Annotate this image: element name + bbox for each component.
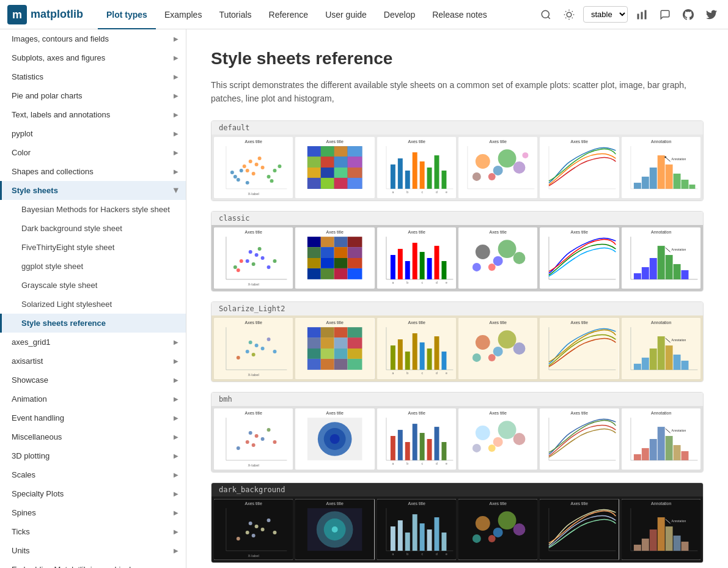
style-label-classic: classic <box>211 212 703 225</box>
svg-rect-142 <box>405 261 410 279</box>
svg-text:X-label: X-label <box>248 282 259 286</box>
svg-rect-274 <box>391 436 395 460</box>
sidebar-item-axisartist[interactable]: axisartist ▶ <box>0 352 186 371</box>
sidebar-label: Style sheets reference <box>21 319 106 328</box>
svg-rect-219 <box>434 336 439 370</box>
plot-cell-line-solarize: Axes title <box>540 318 619 379</box>
nav-develop[interactable]: Develop <box>375 0 424 29</box>
sidebar-item-misc[interactable]: Miscellaneous ▶ <box>0 427 186 446</box>
sidebar-item-color[interactable]: Color ▶ <box>0 143 186 162</box>
github-icon-button[interactable] <box>679 6 697 24</box>
svg-point-28 <box>237 178 240 182</box>
svg-rect-46 <box>348 157 362 168</box>
chat-icon-button[interactable] <box>656 6 674 24</box>
svg-text:b: b <box>406 281 408 284</box>
nav-tutorials[interactable]: Tutorials <box>210 0 260 29</box>
svg-rect-214 <box>397 339 402 370</box>
sidebar-item-embedding[interactable]: Embedding Matplotlib in graphical user i… <box>0 560 186 568</box>
plot-cell-line-default: Axes title <box>540 137 619 198</box>
sidebar-label: Text, labels and annotations <box>12 110 110 119</box>
sidebar-item-ticks[interactable]: Ticks ▶ <box>0 522 186 541</box>
sidebar-sub-reference[interactable]: Style sheets reference <box>0 314 186 333</box>
svg-text:Axes title: Axes title <box>326 411 344 415</box>
sidebar-item-spines[interactable]: Spines ▶ <box>0 503 186 522</box>
sidebar-sub-solarized[interactable]: Solarized Light stylesheet <box>0 295 186 314</box>
sidebar-item-3d[interactable]: 3D plotting ▶ <box>0 446 186 465</box>
svg-rect-242 <box>634 364 641 370</box>
version-select[interactable]: stable latest 3.8 3.7 <box>583 6 628 23</box>
svg-point-187 <box>237 356 240 360</box>
chevron-icon: ▶ <box>174 54 178 61</box>
svg-rect-53 <box>334 178 348 189</box>
nav-plot-types[interactable]: Plot types <box>98 0 156 29</box>
sidebar-item-animation[interactable]: Animation ▶ <box>0 389 186 408</box>
svg-rect-213 <box>391 345 395 370</box>
sidebar-item-event[interactable]: Event handling ▶ <box>0 408 186 427</box>
sidebar-item-shapes[interactable]: Shapes and collections ▶ <box>0 162 186 181</box>
sidebar-label: Grayscale style sheet <box>21 281 97 290</box>
sidebar-item-specialty[interactable]: Specialty Plots ▶ <box>0 484 186 503</box>
sidebar-item-pyplot[interactable]: pyplot ▶ <box>0 124 186 143</box>
plot-cell-image-default: Axes title <box>295 137 374 198</box>
search-button[interactable] <box>537 6 555 24</box>
svg-point-157 <box>498 240 517 258</box>
sidebar-item-pie[interactable]: Pie and polar charts ▶ <box>0 86 186 105</box>
svg-point-293 <box>513 433 526 445</box>
svg-point-107 <box>255 253 259 257</box>
svg-text:Annotation: Annotation <box>651 501 671 506</box>
svg-text:Axes title: Axes title <box>245 139 262 144</box>
nav-reference[interactable]: Reference <box>260 0 317 29</box>
sidebar-item-scales[interactable]: Scales ▶ <box>0 465 186 484</box>
sidebar-item-text[interactable]: Text, labels and annotations ▶ <box>0 105 186 124</box>
svg-text:Annotation: Annotation <box>671 339 686 342</box>
svg-text:Axes title: Axes title <box>326 320 344 325</box>
chevron-icon: ▶ <box>174 471 178 478</box>
sidebar-item-units[interactable]: Units ▶ <box>0 541 186 560</box>
style-label-dark: dark_background <box>211 483 703 496</box>
svg-rect-60 <box>397 158 402 189</box>
sidebar-item-axes-grid1[interactable]: axes_grid1 ▶ <box>0 333 186 352</box>
twitter-icon-button[interactable] <box>702 6 721 24</box>
svg-point-77 <box>493 166 503 175</box>
nav-examples[interactable]: Examples <box>156 0 210 29</box>
svg-rect-220 <box>441 352 446 370</box>
style-section-bmh: bmh Axes title <box>211 392 704 473</box>
plot-cell-hist-classic: Annotation Annotation <box>622 227 700 289</box>
svg-rect-125 <box>321 247 334 258</box>
svg-point-322 <box>267 518 271 522</box>
svg-rect-278 <box>419 433 424 460</box>
svg-rect-146 <box>434 246 439 279</box>
sidebar-item-stylesheets[interactable]: Style sheets ▶ <box>0 181 186 200</box>
svg-point-351 <box>493 528 503 537</box>
logo[interactable]: m matplotlib <box>7 5 83 24</box>
sidebar-sub-dark-bg[interactable]: Dark background style sheet <box>0 219 186 238</box>
svg-rect-48 <box>321 168 334 178</box>
theme-toggle-button[interactable] <box>560 6 578 24</box>
svg-rect-66 <box>441 171 446 189</box>
svg-rect-275 <box>397 430 402 460</box>
plot-cell-line-bmh: Axes title <box>540 408 619 470</box>
svg-rect-41 <box>334 146 348 157</box>
plot-cell-bar-dark: Axes title a b c d <box>377 499 456 560</box>
sidebar-item-showcase[interactable]: Showcase ▶ <box>0 371 186 389</box>
sidebar-sub-bayesian[interactable]: Bayesian Methods for Hackers style sheet <box>0 200 186 219</box>
svg-rect-197 <box>307 337 321 349</box>
bar-chart-icon-button[interactable] <box>633 6 651 24</box>
chevron-icon: ▶ <box>174 547 178 554</box>
svg-point-78 <box>498 149 517 168</box>
svg-text:Axes title: Axes title <box>571 501 588 506</box>
style-section-classic: classic Axes title <box>211 211 704 292</box>
sidebar-item-statistics[interactable]: Statistics ▶ <box>0 67 186 86</box>
sidebar-sub-ggplot[interactable]: ggplot style sheet <box>0 257 186 276</box>
sidebar-label: pyplot <box>12 129 33 138</box>
sidebar-sub-grayscale[interactable]: Grayscale style sheet <box>0 276 186 295</box>
nav-release-notes[interactable]: Release notes <box>424 0 496 29</box>
svg-rect-216 <box>412 333 417 370</box>
sidebar-sub-538[interactable]: FiveThirtyEight style sheet <box>0 238 186 257</box>
svg-rect-171 <box>649 258 656 279</box>
svg-rect-170 <box>641 267 649 279</box>
svg-text:b: b <box>406 553 408 556</box>
sidebar-item-subplots[interactable]: Subplots, axes and figures ▶ <box>0 48 186 67</box>
nav-user-guide[interactable]: User guide <box>317 0 375 29</box>
sidebar-item-images[interactable]: Images, contours and fields ▶ <box>0 29 186 48</box>
